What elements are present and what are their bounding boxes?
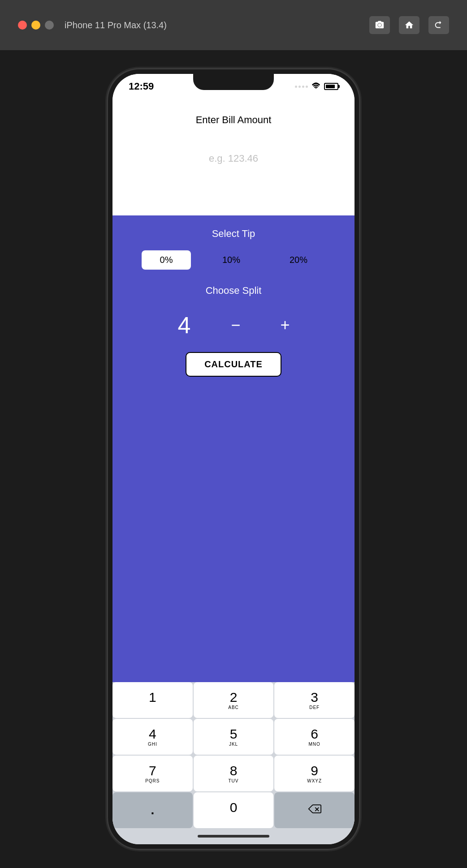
purple-section: Select Tip 0% 10% 20% <box>112 215 355 682</box>
select-tip-label: Select Tip <box>212 228 255 240</box>
app-content: Enter Bill Amount e.g. 123.46 Select Tip… <box>112 99 355 844</box>
svg-point-0 <box>378 23 381 26</box>
bill-title: Enter Bill Amount <box>196 114 272 126</box>
status-icons <box>295 82 338 90</box>
title-bar: iPhone 11 Pro Max (13.4) <box>0 0 467 50</box>
tip-0-button[interactable]: 0% <box>142 250 191 270</box>
key-5[interactable]: 5 JKL <box>194 719 274 755</box>
key-row-2: 4 GHI 5 JKL 6 MNO <box>112 719 355 755</box>
tip-row: 0% 10% 20% <box>129 250 338 270</box>
status-time: 12:59 <box>129 81 154 92</box>
rotate-icon[interactable] <box>428 16 449 34</box>
home-indicator <box>112 828 355 844</box>
key-4[interactable]: 4 GHI <box>112 719 193 755</box>
key-row-3: 7 PQRS 8 TUV 9 WXYZ <box>112 756 355 791</box>
minimize-button[interactable] <box>31 21 40 30</box>
traffic-lights <box>18 21 54 30</box>
home-bar <box>198 835 269 838</box>
battery-icon <box>324 83 338 90</box>
key-0[interactable]: 0 <box>194 792 274 828</box>
notch <box>193 74 274 90</box>
toolbar-icons <box>369 16 449 34</box>
decrement-split-button[interactable]: − <box>225 314 247 336</box>
key-3[interactable]: 3 DEF <box>274 682 355 718</box>
bill-placeholder: e.g. 123.46 <box>209 153 258 164</box>
fullscreen-button[interactable] <box>45 21 54 30</box>
choose-split-label: Choose Split <box>206 285 262 296</box>
tip-20-button[interactable]: 20% <box>272 250 325 270</box>
key-1[interactable]: 1 <box>112 682 193 718</box>
increment-split-button[interactable]: + <box>274 314 296 336</box>
tip-10-button[interactable]: 10% <box>204 250 258 270</box>
screen: 12:59 <box>112 74 355 844</box>
key-9[interactable]: 9 WXYZ <box>274 756 355 791</box>
key-dot[interactable]: . <box>112 792 193 828</box>
wifi-icon <box>311 82 320 90</box>
split-row: 4 − + <box>129 312 338 339</box>
svg-point-1 <box>315 88 316 89</box>
key-row-1: 1 2 ABC 3 DEF <box>112 682 355 718</box>
key-8[interactable]: 8 TUV <box>194 756 274 791</box>
home-icon[interactable] <box>399 16 419 34</box>
key-6[interactable]: 6 MNO <box>274 719 355 755</box>
bill-section: Enter Bill Amount e.g. 123.46 <box>112 99 355 215</box>
calculate-button[interactable]: CALCULATE <box>186 352 281 377</box>
keyboard: 1 2 ABC 3 DEF <box>112 682 355 828</box>
phone: 12:59 <box>108 69 359 849</box>
signal-icon <box>295 86 308 88</box>
phone-wrapper: 12:59 <box>108 50 359 868</box>
split-value: 4 <box>171 312 198 339</box>
key-7[interactable]: 7 PQRS <box>112 756 193 791</box>
key-delete[interactable] <box>274 792 355 828</box>
close-button[interactable] <box>18 21 27 30</box>
key-2[interactable]: 2 ABC <box>194 682 274 718</box>
key-row-4: . 0 <box>112 792 355 828</box>
screenshot-icon[interactable] <box>369 16 390 34</box>
desktop: iPhone 11 Pro Max (13.4) <box>0 0 467 868</box>
device-title: iPhone 11 Pro Max (13.4) <box>65 20 362 30</box>
